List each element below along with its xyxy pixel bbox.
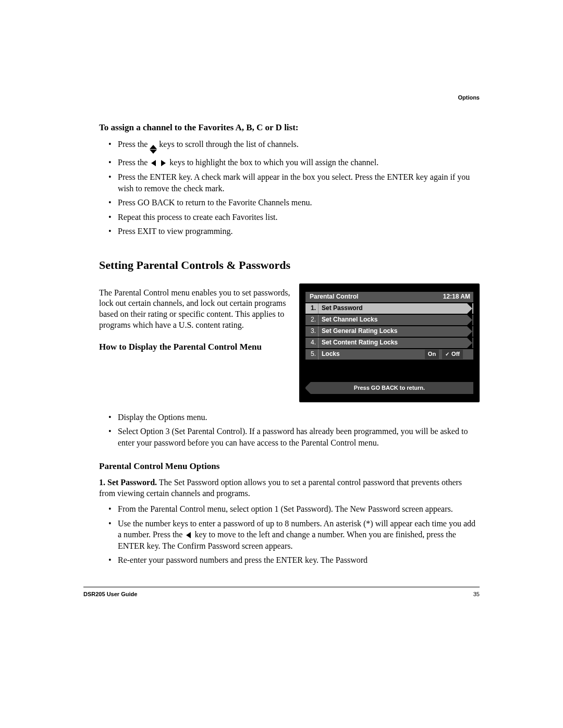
menu-label: Set General Rating Locks xyxy=(322,327,397,336)
menu-label: Set Password xyxy=(322,304,363,313)
tv-menu-item: 2.Set Channel Locks xyxy=(305,315,473,325)
chevron-right-icon xyxy=(467,326,472,337)
favorites-bullets: Press the keys to scroll through the lis… xyxy=(108,139,480,237)
text: keys to scroll through the list of chann… xyxy=(157,140,299,149)
bullet-item: From the Parental Control menu, select o… xyxy=(108,503,480,515)
bullet-item: Press EXIT to view programming. xyxy=(108,226,480,237)
bullet-item: Press the ENTER key. A check mark will a… xyxy=(108,171,480,194)
bullet-item: Use the number keys to enter a password … xyxy=(108,518,480,552)
bullet-item: Re-enter your password numbers and press… xyxy=(108,554,480,566)
text: keys to highlight the box to which you w… xyxy=(167,158,378,167)
bullet-item: Display the Options menu. xyxy=(108,412,480,423)
options-heading: Parental Control Menu Options xyxy=(99,461,480,472)
page-footer: DSR205 User Guide 35 xyxy=(83,587,480,598)
footer-guide: DSR205 User Guide xyxy=(83,590,137,598)
chevron-right-icon xyxy=(467,303,472,314)
left-arrow-icon xyxy=(151,160,156,166)
tv-screenshot: Parental Control 12:18 AM 1.Set Password… xyxy=(299,283,480,402)
document-page: Options To assign a channel to the Favor… xyxy=(52,0,511,660)
menu-number: 5. xyxy=(305,349,319,360)
menu-number: 1. xyxy=(305,303,319,314)
chevron-right-icon xyxy=(467,338,472,348)
intro-flow: Parental Control 12:18 AM 1.Set Password… xyxy=(99,283,480,409)
menu-number: 3. xyxy=(305,326,319,337)
footer-page-number: 35 xyxy=(473,590,480,598)
bullet-item: Press GO BACK to return to the Favorite … xyxy=(108,197,480,208)
section-header: Options xyxy=(83,94,480,101)
locks-off-box: ✓Off xyxy=(442,350,463,359)
tv-menu-item: 4.Set Content Rating Locks xyxy=(305,338,473,348)
menu-number: 2. xyxy=(305,315,319,325)
tv-menu-item: 1.Set Password xyxy=(305,303,473,314)
bullet-item: Press the keys to highlight the box to w… xyxy=(108,157,480,168)
tv-menu-item: 3.Set General Rating Locks xyxy=(305,326,473,337)
text: Press the xyxy=(118,140,150,149)
option-1-label: 1. Set Password. xyxy=(99,478,157,487)
locks-toggle: On ✓Off xyxy=(425,350,463,359)
left-arrow-icon xyxy=(186,532,191,538)
text: Press the xyxy=(118,158,150,167)
favorites-heading: To assign a channel to the Favorites A, … xyxy=(99,122,480,133)
chevron-right-icon xyxy=(467,315,472,325)
menu-label: Set Channel Locks xyxy=(322,316,377,324)
tv-title-row: Parental Control 12:18 AM xyxy=(305,292,473,302)
tv-clock: 12:18 AM xyxy=(443,293,473,301)
content-area: To assign a channel to the Favorites A, … xyxy=(99,122,480,566)
tv-footer: Press GO BACK to return. xyxy=(305,382,473,393)
tv-locks-row: 5. Locks On ✓Off xyxy=(305,349,473,360)
menu-label: Locks xyxy=(322,350,340,359)
bullet-item: Select Option 3 (Set Parental Control). … xyxy=(108,426,480,448)
option-1-paragraph: 1. Set Password. The Set Password option… xyxy=(99,477,480,499)
updown-arrow-icon xyxy=(150,145,157,154)
check-icon: ✓ xyxy=(445,351,449,357)
howto-bullets: Display the Options menu. Select Option … xyxy=(108,412,480,449)
menu-number: 4. xyxy=(305,338,319,348)
locks-on-box: On xyxy=(425,350,439,359)
option-1-bullets: From the Parental Control menu, select o… xyxy=(108,503,480,566)
tv-screen: Parental Control 12:18 AM 1.Set Password… xyxy=(299,283,480,402)
menu-label: Set Content Rating Locks xyxy=(322,339,398,347)
section-title: Setting Parental Controls & Passwords xyxy=(99,258,480,273)
right-arrow-icon xyxy=(161,160,166,166)
bullet-item: Repeat this process to create each Favor… xyxy=(108,212,480,223)
tv-title-text: Parental Control xyxy=(305,293,443,301)
bullet-item: Press the keys to scroll through the lis… xyxy=(108,139,480,154)
